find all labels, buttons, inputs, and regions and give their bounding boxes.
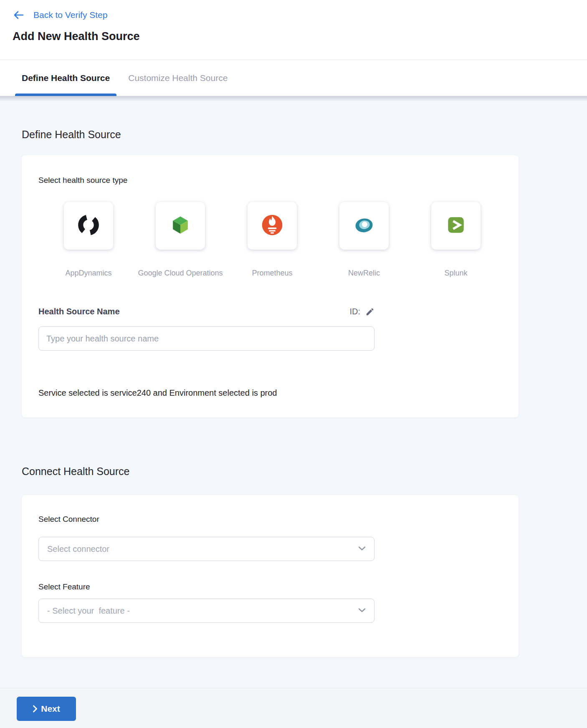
id-group: ID: (349, 307, 374, 316)
back-arrow-icon (13, 10, 24, 20)
footer-bar: Next (0, 688, 587, 728)
chevron-down-icon (358, 607, 366, 614)
appdynamics-icon (76, 212, 101, 239)
define-health-source-card: Select health source type AppDynamics (22, 155, 519, 417)
tab-define-label: Define Health Source (22, 73, 110, 83)
health-source-name-label: Health Source Name (38, 307, 120, 316)
health-source-name-row: Health Source Name ID: (38, 305, 374, 316)
health-source-type-row: AppDynamics Google Cloud Operations (43, 202, 502, 278)
splunk-tile[interactable] (431, 202, 481, 250)
select-connector-label: Select Connector (38, 514, 502, 524)
chevron-down-icon (358, 545, 366, 553)
appdynamics-label: AppDynamics (65, 268, 111, 278)
tab-bar: Define Health Source Customize Health So… (0, 60, 587, 96)
edit-pencil-icon[interactable] (360, 307, 374, 316)
back-link-label[interactable]: Back to Verify Step (33, 10, 107, 20)
newrelic-tile[interactable] (339, 202, 389, 250)
feature-select-placeholder: - Select your feature - (47, 606, 130, 616)
connect-health-source-card: Select Connector Select connector Select… (22, 495, 519, 657)
google-cloud-operations-tile[interactable] (156, 202, 205, 250)
next-chevron-icon (33, 705, 38, 713)
tab-define-health-source[interactable]: Define Health Source (15, 60, 116, 96)
define-section-heading: Define Health Source (22, 96, 587, 142)
source-option-appdynamics: AppDynamics (43, 202, 134, 278)
next-button[interactable]: Next (17, 697, 76, 721)
google-cloud-operations-label: Google Cloud Operations (138, 268, 223, 278)
next-button-label: Next (41, 704, 60, 714)
service-environment-text: Service selected is service240 and Envir… (38, 387, 502, 398)
google-cloud-operations-icon (168, 212, 193, 239)
feature-select[interactable]: - Select your feature - (38, 599, 374, 623)
source-option-google-cloud-operations: Google Cloud Operations (134, 202, 226, 278)
page-header: Back to Verify Step Add New Health Sourc… (0, 0, 587, 43)
tab-customize-label: Customize Health Source (128, 73, 228, 83)
connector-select-placeholder: Select connector (47, 544, 109, 554)
splunk-label: Splunk (444, 268, 467, 278)
connector-select[interactable]: Select connector (38, 537, 374, 561)
source-option-newrelic: NewRelic (318, 202, 410, 278)
connect-section-heading: Connect Health Source (22, 464, 587, 478)
tab-customize-health-source[interactable]: Customize Health Source (121, 60, 234, 96)
prometheus-tile[interactable] (248, 202, 297, 250)
source-option-prometheus: Prometheus (226, 202, 318, 278)
newrelic-icon (352, 212, 377, 239)
prometheus-label: Prometheus (252, 268, 292, 278)
id-label: ID: (349, 307, 360, 316)
appdynamics-tile[interactable] (64, 202, 113, 250)
splunk-icon (443, 212, 468, 239)
health-source-name-input[interactable] (38, 326, 374, 351)
select-feature-label: Select Feature (38, 582, 502, 592)
select-source-type-label: Select health source type (38, 175, 502, 185)
back-to-verify-step-link[interactable]: Back to Verify Step (13, 9, 574, 21)
page-title: Add New Health Source (13, 29, 574, 43)
page-content: Define Health Source Select health sourc… (0, 96, 587, 688)
source-option-splunk: Splunk (410, 202, 502, 278)
prometheus-icon (260, 212, 285, 239)
newrelic-label: NewRelic (348, 268, 380, 278)
